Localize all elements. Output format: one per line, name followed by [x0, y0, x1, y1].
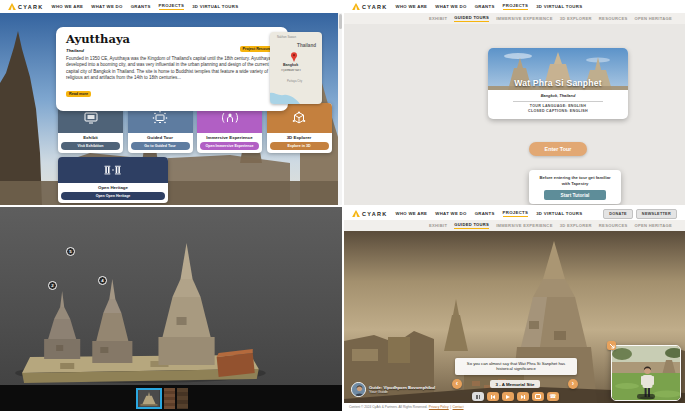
texture-thumbnail[interactable]	[177, 388, 188, 409]
subnav-3d-explorer[interactable]: 3D EXPLORER	[560, 223, 592, 229]
subnav-open-heritage[interactable]: OPEN HERITAGE	[635, 16, 673, 22]
pip-collapse-icon[interactable]	[607, 341, 616, 350]
chevron-right-icon[interactable]: ›	[568, 379, 578, 389]
main-nav: WHO WE ARE WHAT WE DO GRANTS PROJECTS 3D…	[396, 3, 583, 10]
visit-exhibition-button[interactable]: Visit Exhibition	[61, 142, 120, 150]
marker-number: 5	[69, 249, 71, 254]
project-subnav: EXHIBIT GUIDED TOURS IMMERSIVE EXPERIENC…	[344, 13, 685, 24]
tour-location: Bangkok, Thailand	[494, 93, 622, 98]
contact-link[interactable]: Contact	[453, 405, 464, 409]
tour-landing-content: Wat Phra Si Sanphet Bangkok, Thailand TO…	[344, 24, 685, 205]
subnav-3d-explorer[interactable]: 3D EXPLORER	[560, 16, 592, 22]
donate-button[interactable]: DONATE	[603, 209, 633, 219]
guide-video-overlay[interactable]	[611, 345, 681, 401]
subnav-guided-tours[interactable]: GUIDED TOURS	[454, 222, 489, 229]
guide-info-bar: Guide: Vipudhporn Bovornphibul Your Guid…	[351, 382, 435, 397]
nav-who-we-are[interactable]: WHO WE ARE	[396, 4, 428, 10]
subnav-resources[interactable]: RESOURCES	[599, 223, 628, 229]
subnav-immersive-experience[interactable]: IMMERSIVE EXPERIENCE	[496, 223, 553, 229]
subnav-immersive-experience[interactable]: IMMERSIVE EXPERIENCE	[496, 16, 553, 22]
nav-3d-virtual-tours[interactable]: 3D VIRTUAL TOURS	[536, 4, 582, 10]
subnav-guided-tours[interactable]: GUIDED TOURS	[454, 15, 489, 22]
cyark-triangle-icon	[352, 210, 360, 217]
subnav-resources[interactable]: RESOURCES	[599, 16, 628, 22]
annotation-marker[interactable]: 5	[66, 247, 75, 256]
call-guide-button[interactable]: ☎	[547, 392, 559, 401]
go-to-guided-tour-button[interactable]: Go to Guided Tour	[131, 142, 190, 150]
map-town-south-label: Pattaya City	[287, 79, 302, 83]
quad-3d-viewer: 5 2 4	[0, 207, 342, 411]
newsletter-button[interactable]: NEWSLETTER	[636, 209, 677, 219]
map-pin-icon	[290, 52, 298, 62]
map-city-thai-label: กรุงเทพมหานคร	[281, 68, 301, 72]
brand-name: CYARK	[362, 211, 388, 217]
project-subnav: EXHIBIT GUIDED TOURS IMMERSIVE EXPERIENC…	[344, 220, 685, 231]
cyark-logo[interactable]: CYARK	[352, 3, 388, 10]
brand-name: CYARK	[18, 4, 44, 10]
skip-forward-button[interactable]	[517, 392, 529, 401]
texture-thumbnail[interactable]	[164, 388, 175, 409]
model-viewport[interactable]	[0, 207, 342, 385]
main-nav: WHO WE ARE WHAT WE DO GRANTS PROJECTS 3D…	[396, 210, 583, 217]
open-immersive-experience-button[interactable]: Open Immersive Experience	[200, 142, 259, 150]
header-actions: DONATE NEWSLETTER	[603, 209, 677, 219]
annotation-marker[interactable]: 4	[98, 276, 107, 285]
tour-card-info: Bangkok, Thailand TOUR LANGUAGE: ENGLISH…	[488, 90, 628, 119]
nav-projects[interactable]: PROJECTS	[503, 3, 529, 10]
quad-tour-player: CYARK WHO WE ARE WHAT WE DO GRANTS PROJE…	[344, 207, 685, 411]
exhibit-frame-icon	[81, 110, 101, 126]
tile-open-heritage-art	[58, 157, 168, 183]
nav-3d-virtual-tours[interactable]: 3D VIRTUAL TOURS	[536, 211, 582, 217]
nav-what-we-do[interactable]: WHAT WE DO	[91, 4, 122, 10]
nav-who-we-are[interactable]: WHO WE ARE	[396, 211, 428, 217]
nav-3d-virtual-tours[interactable]: 3D VIRTUAL TOURS	[192, 4, 238, 10]
map-city-label: Bangkok	[283, 63, 298, 67]
nav-grants[interactable]: GRANTS	[475, 4, 495, 10]
read-more-button[interactable]: Read more	[66, 91, 91, 97]
heritage-columns-icon	[103, 162, 123, 178]
chevron-left-icon[interactable]: ‹	[452, 379, 462, 389]
annotation-marker[interactable]: 2	[48, 281, 57, 290]
map-town-north-label: Nakhon Sawan	[277, 36, 296, 39]
play-button[interactable]	[502, 392, 514, 401]
site-header: CYARK WHO WE ARE WHAT WE DO GRANTS PROJE…	[344, 0, 685, 13]
cyark-logo[interactable]: CYARK	[8, 3, 44, 10]
tutorial-tooltip: Before entering the tour get familiar wi…	[529, 170, 621, 204]
explore-in-3d-button[interactable]: Explore in 3D	[270, 142, 329, 150]
skip-back-button[interactable]	[487, 392, 499, 401]
enter-tour-button[interactable]: Enter Tour	[529, 142, 587, 156]
pause-button[interactable]	[472, 392, 484, 401]
subnav-exhibit[interactable]: EXHIBIT	[429, 16, 447, 22]
model-thumbnail-active[interactable]	[136, 388, 162, 409]
quad-tour-landing: CYARK WHO WE ARE WHAT WE DO GRANTS PROJE…	[344, 0, 685, 205]
stupa-3d-model	[0, 207, 342, 385]
captions-button[interactable]	[532, 392, 544, 401]
subnav-open-heritage[interactable]: OPEN HERITAGE	[635, 223, 673, 229]
start-tutorial-button[interactable]: Start Tutorial	[544, 190, 606, 200]
privacy-policy-link[interactable]: Privacy Policy	[429, 405, 449, 409]
guide-avatar-photo	[352, 383, 366, 397]
nav-projects[interactable]: PROJECTS	[503, 210, 529, 217]
site-footer: Content © 2024 CyArk & Partners. All Rig…	[344, 403, 685, 411]
video-status-pill	[637, 394, 655, 399]
guide-role: Your Guide	[369, 390, 435, 394]
open-open-heritage-button[interactable]: Open Open Heritage	[61, 192, 165, 200]
skip-back-icon	[491, 395, 496, 399]
nav-projects[interactable]: PROJECTS	[159, 3, 185, 10]
main-nav: WHO WE ARE WHAT WE DO GRANTS PROJECTS 3D…	[52, 3, 239, 10]
tile-open-heritage: Open Heritage Open Open Heritage	[58, 157, 168, 203]
nav-what-we-do[interactable]: WHAT WE DO	[435, 4, 466, 10]
nav-grants[interactable]: GRANTS	[475, 211, 495, 217]
subnav-exhibit[interactable]: EXHIBIT	[429, 223, 447, 229]
page-scrollbar[interactable]	[338, 13, 342, 205]
location-map-thumbnail: Nakhon Sawan Thailand Bangkok กรุงเทพมหา…	[270, 32, 322, 104]
nav-what-we-do[interactable]: WHAT WE DO	[435, 211, 466, 217]
chapter-navigation: ‹ 3 - A Memorial Site ›	[452, 379, 578, 389]
cyark-triangle-icon	[8, 3, 16, 10]
site-header: CYARK WHO WE ARE WHAT WE DO GRANTS PROJE…	[344, 207, 685, 220]
tour-card-photo: Wat Phra Si Sanphet	[488, 48, 628, 90]
nav-who-we-are[interactable]: WHO WE ARE	[52, 4, 84, 10]
scrollbar-thumb[interactable]	[339, 14, 342, 29]
nav-grants[interactable]: GRANTS	[131, 4, 151, 10]
cyark-logo[interactable]: CYARK	[352, 210, 388, 217]
